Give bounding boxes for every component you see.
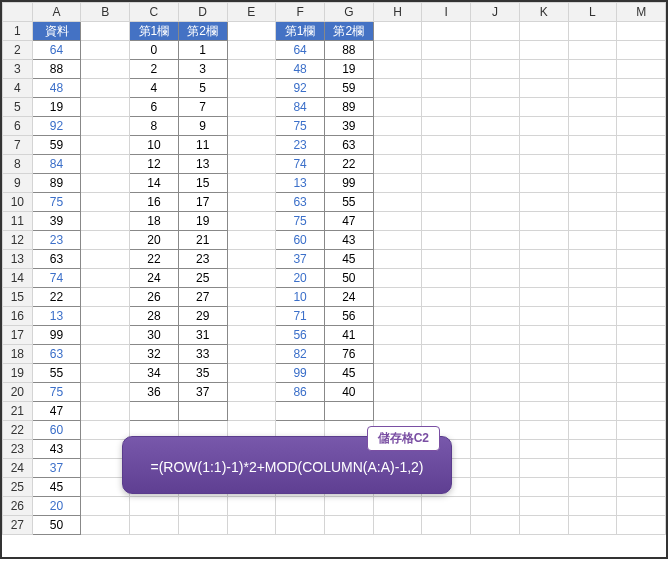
cell-F6[interactable]: 75 xyxy=(276,117,325,136)
cell-M19[interactable] xyxy=(617,364,666,383)
cell-I18[interactable] xyxy=(422,345,471,364)
cell-I11[interactable] xyxy=(422,212,471,231)
row-head-19[interactable]: 19 xyxy=(3,364,33,383)
cell-B18[interactable] xyxy=(81,345,130,364)
cell-C10[interactable]: 16 xyxy=(130,193,179,212)
cell-A10[interactable]: 75 xyxy=(32,193,81,212)
cell-F14[interactable]: 20 xyxy=(276,269,325,288)
cell-M20[interactable] xyxy=(617,383,666,402)
cell-M10[interactable] xyxy=(617,193,666,212)
cell-F20[interactable]: 86 xyxy=(276,383,325,402)
cell-A6[interactable]: 92 xyxy=(32,117,81,136)
cell-G12[interactable]: 43 xyxy=(324,231,373,250)
cell-J8[interactable] xyxy=(471,155,520,174)
cell-A13[interactable]: 63 xyxy=(32,250,81,269)
cell-K12[interactable] xyxy=(519,231,568,250)
cell-G17[interactable]: 41 xyxy=(324,326,373,345)
cell-F21[interactable] xyxy=(276,402,325,421)
col-head-L[interactable]: L xyxy=(568,3,617,22)
cell-H13[interactable] xyxy=(373,250,422,269)
cell-K2[interactable] xyxy=(519,41,568,60)
cell-G2[interactable]: 88 xyxy=(324,41,373,60)
cell-H14[interactable] xyxy=(373,269,422,288)
row-head-8[interactable]: 8 xyxy=(3,155,33,174)
cell-C13[interactable]: 22 xyxy=(130,250,179,269)
cell-B19[interactable] xyxy=(81,364,130,383)
cell-F4[interactable]: 92 xyxy=(276,79,325,98)
row-head-3[interactable]: 3 xyxy=(3,60,33,79)
cell-A7[interactable]: 59 xyxy=(32,136,81,155)
cell-C9[interactable]: 14 xyxy=(130,174,179,193)
cell-B12[interactable] xyxy=(81,231,130,250)
cell-I6[interactable] xyxy=(422,117,471,136)
row-head-17[interactable]: 17 xyxy=(3,326,33,345)
cell-G1[interactable]: 第2欄 xyxy=(324,22,373,41)
cell-H20[interactable] xyxy=(373,383,422,402)
cell-A22[interactable]: 60 xyxy=(32,421,81,440)
cell-I3[interactable] xyxy=(422,60,471,79)
cell-K6[interactable] xyxy=(519,117,568,136)
cell-I21[interactable] xyxy=(422,402,471,421)
cell-M21[interactable] xyxy=(617,402,666,421)
cell-F18[interactable]: 82 xyxy=(276,345,325,364)
cell-A23[interactable]: 43 xyxy=(32,440,81,459)
cell-J20[interactable] xyxy=(471,383,520,402)
cell-E18[interactable] xyxy=(227,345,276,364)
cell-J21[interactable] xyxy=(471,402,520,421)
cell-L6[interactable] xyxy=(568,117,617,136)
cell-K21[interactable] xyxy=(519,402,568,421)
cell-K14[interactable] xyxy=(519,269,568,288)
cell-H4[interactable] xyxy=(373,79,422,98)
cell-L25[interactable] xyxy=(568,478,617,497)
cell-L17[interactable] xyxy=(568,326,617,345)
cell-M3[interactable] xyxy=(617,60,666,79)
cell-M4[interactable] xyxy=(617,79,666,98)
cell-A3[interactable]: 88 xyxy=(32,60,81,79)
cell-D18[interactable]: 33 xyxy=(178,345,227,364)
cell-J9[interactable] xyxy=(471,174,520,193)
cell-D26[interactable] xyxy=(178,497,227,516)
cell-B27[interactable] xyxy=(81,516,130,535)
cell-M6[interactable] xyxy=(617,117,666,136)
cell-L21[interactable] xyxy=(568,402,617,421)
cell-A16[interactable]: 13 xyxy=(32,307,81,326)
cell-F9[interactable]: 13 xyxy=(276,174,325,193)
cell-A19[interactable]: 55 xyxy=(32,364,81,383)
cell-G4[interactable]: 59 xyxy=(324,79,373,98)
cell-C6[interactable]: 8 xyxy=(130,117,179,136)
cell-E5[interactable] xyxy=(227,98,276,117)
cell-J22[interactable] xyxy=(471,421,520,440)
cell-A1[interactable]: 資料 xyxy=(32,22,81,41)
cell-A14[interactable]: 74 xyxy=(32,269,81,288)
cell-F7[interactable]: 23 xyxy=(276,136,325,155)
cell-A20[interactable]: 75 xyxy=(32,383,81,402)
col-head-E[interactable]: E xyxy=(227,3,276,22)
cell-G7[interactable]: 63 xyxy=(324,136,373,155)
cell-H1[interactable] xyxy=(373,22,422,41)
cell-K15[interactable] xyxy=(519,288,568,307)
cell-J17[interactable] xyxy=(471,326,520,345)
row-head-27[interactable]: 27 xyxy=(3,516,33,535)
cell-G10[interactable]: 55 xyxy=(324,193,373,212)
cell-K19[interactable] xyxy=(519,364,568,383)
cell-D27[interactable] xyxy=(178,516,227,535)
cell-D20[interactable]: 37 xyxy=(178,383,227,402)
cell-J10[interactable] xyxy=(471,193,520,212)
cell-K16[interactable] xyxy=(519,307,568,326)
cell-M24[interactable] xyxy=(617,459,666,478)
cell-E12[interactable] xyxy=(227,231,276,250)
cell-L12[interactable] xyxy=(568,231,617,250)
cell-G5[interactable]: 89 xyxy=(324,98,373,117)
cell-I8[interactable] xyxy=(422,155,471,174)
cell-J24[interactable] xyxy=(471,459,520,478)
row-head-14[interactable]: 14 xyxy=(3,269,33,288)
row-head-25[interactable]: 25 xyxy=(3,478,33,497)
cell-C12[interactable]: 20 xyxy=(130,231,179,250)
cell-C3[interactable]: 2 xyxy=(130,60,179,79)
row-head-22[interactable]: 22 xyxy=(3,421,33,440)
col-head-J[interactable]: J xyxy=(471,3,520,22)
cell-M14[interactable] xyxy=(617,269,666,288)
cell-B7[interactable] xyxy=(81,136,130,155)
row-head-15[interactable]: 15 xyxy=(3,288,33,307)
cell-I12[interactable] xyxy=(422,231,471,250)
